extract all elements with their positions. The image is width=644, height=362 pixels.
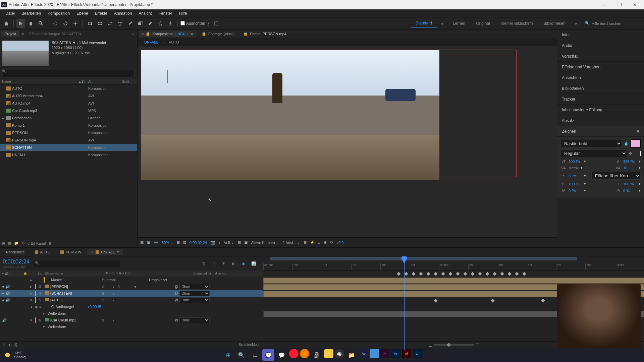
menu-datei[interactable]: Datei — [2, 10, 18, 17]
app-icon-1[interactable]: 🗿 — [311, 349, 323, 361]
layer-row-3[interactable]: ●🔊 ▸ 3 [PERSON] ⊕/fx● @Ohne — [0, 283, 263, 290]
keyframe-diamond[interactable] — [412, 272, 415, 276]
panel-audio[interactable]: Audio — [557, 40, 644, 51]
snapshot-icon[interactable]: 📷 — [210, 240, 215, 245]
project-search-input[interactable] — [3, 70, 135, 77]
panel-ausrichten[interactable]: Ausrichten — [557, 72, 644, 83]
layer-bounds-schatten[interactable] — [151, 70, 168, 83]
audiopegel-value[interactable]: +0,00dB — [88, 305, 101, 309]
views-dropdown[interactable]: 1 Ansi... — [283, 241, 296, 245]
project-item-person-mp4[interactable]: PERSON.mp4 AVI — [0, 136, 137, 144]
ruler-tick[interactable]: 04:00f — [615, 263, 644, 270]
minimize-button[interactable]: — — [596, 0, 612, 9]
time-ruler[interactable]: 02:00f05f10f15f20f25f03:00f05f10f15f20f2… — [263, 256, 644, 270]
panel-bibliotheken[interactable]: Bibliotheken — [557, 83, 644, 94]
viewer-tab-2[interactable]: 🔒 Ebene PERSON.mp4 — [240, 31, 289, 37]
ruler-tick[interactable]: 02:00f — [263, 263, 292, 270]
rotation-tool[interactable] — [61, 19, 70, 28]
ruler-tick[interactable]: 20f — [380, 263, 410, 270]
ruler-tick[interactable]: 03:00f — [439, 263, 468, 270]
workspace-kleiner[interactable]: Kleiner Bildschirm — [496, 20, 538, 27]
timeline-search[interactable] — [33, 260, 120, 267]
lock-icon[interactable]: 🔒 — [243, 32, 248, 36]
explorer-icon[interactable]: 📁 — [345, 349, 358, 361]
keyframe-diamond[interactable] — [522, 272, 526, 276]
after-effects-icon[interactable]: Ae — [359, 349, 368, 358]
task-view-button[interactable]: ▭ — [249, 349, 261, 361]
ruler-tick[interactable]: 20f — [556, 263, 585, 270]
pickwhip-icon[interactable]: @ — [174, 298, 178, 302]
close-tab-icon[interactable]: × — [142, 32, 144, 36]
help-search[interactable]: 🔍 Hilfe durchsuchen — [582, 21, 642, 25]
toggle-inout-icon[interactable]: {} — [15, 343, 17, 347]
lock-icon[interactable]: 🔒 — [202, 32, 206, 36]
font-size-value[interactable]: 100 Px — [569, 160, 582, 164]
pickwhip-icon[interactable]: @ — [174, 285, 178, 289]
audio-toggle[interactable]: 🔊 — [5, 298, 10, 302]
app-icon-2[interactable] — [324, 349, 333, 358]
toggle-modes-icon[interactable]: ◐ — [9, 343, 12, 347]
tracking-value[interactable]: 10 — [623, 166, 637, 170]
keyframe-diamond[interactable] — [485, 272, 489, 276]
app-icon-3[interactable] — [370, 349, 379, 358]
zoom-in-icon[interactable]: ▔ — [476, 343, 479, 347]
exposure-value[interactable]: +0,0 — [336, 241, 344, 245]
lock-icon[interactable]: 🔒 — [146, 32, 150, 36]
search-button[interactable]: 🔍 — [235, 349, 248, 361]
panel-inhaltsbasierte-füllung[interactable]: Inhaltsbasierte Füllung — [557, 105, 644, 115]
color-mgmt-icon[interactable]: ● — [218, 241, 221, 245]
ruler-tick[interactable]: 10f — [498, 263, 527, 270]
add-kf-icon[interactable]: ◆ — [35, 305, 40, 309]
firefox-icon[interactable] — [300, 349, 309, 358]
breadcrumb-auto[interactable]: AUTO — [169, 40, 179, 44]
switch-shy[interactable]: ⊕ — [101, 285, 105, 289]
timeline-zoom-slider[interactable] — [434, 344, 474, 346]
keyframe-diamond[interactable] — [434, 272, 437, 276]
workspace-lernen[interactable]: Lernen — [448, 20, 470, 27]
breadcrumb-unfall[interactable]: UNFALL — [144, 40, 158, 44]
keyframe-diamond[interactable] — [426, 272, 430, 276]
timeline-tab-person[interactable]: PERSON — [56, 249, 85, 255]
close-button[interactable]: ✕ — [627, 0, 643, 9]
opera-icon[interactable] — [289, 349, 299, 358]
menu-effekte[interactable]: Effekte — [92, 10, 111, 17]
video-toggle[interactable]: ● — [2, 298, 4, 302]
selection-tool[interactable] — [16, 19, 25, 28]
timeline-tab-unfall[interactable]: ×UNFALL≡ — [87, 249, 123, 255]
ruler-tick[interactable]: 25f — [410, 263, 439, 270]
interpret-footage-icon[interactable]: ▣ — [2, 241, 5, 245]
snap-toggle[interactable]: Ausrichten ⋮ — [180, 21, 211, 26]
stroke-swatch-icon[interactable] — [634, 151, 641, 156]
lock-column-icon[interactable]: 🔒 — [23, 272, 30, 275]
menu-hilfe[interactable]: Hilfe — [175, 10, 190, 17]
keyframe-diamond[interactable] — [507, 272, 511, 276]
project-item-farbfl-chen[interactable]: ▸ Farbflächen Ordner — [0, 114, 137, 122]
mask-row[interactable]: ▸ Maske 1 Subtrahi... Umgekehrt — [0, 277, 263, 283]
parent-dropdown[interactable]: Ohne — [179, 297, 210, 303]
project-item-unfall[interactable]: UNFALL Komposition — [0, 151, 137, 159]
comp-mini-flowchart-icon[interactable]: ◫ — [200, 260, 207, 267]
baseline-value[interactable]: 0 Px — [569, 189, 582, 193]
switch-shy[interactable]: ⊕ — [101, 291, 105, 296]
font-family-dropdown[interactable]: Bastile bold — [560, 140, 622, 147]
panel-nav-arrows[interactable]: » — [130, 32, 136, 36]
brush-tool[interactable] — [126, 19, 135, 28]
keyframe-diamond[interactable] — [471, 272, 474, 276]
shy-icon[interactable]: 👁 — [220, 260, 227, 267]
resolution-icon[interactable]: ⊞ — [177, 240, 180, 245]
workspace-bibliotheken[interactable]: Bibliotheken — [539, 20, 570, 27]
switch-shy[interactable]: ⊕ — [101, 298, 105, 302]
layer-row-5[interactable]: ●🔊 ▾ 5 [AUTO] ⊕/ @Ohne — [0, 297, 263, 303]
fast-preview-icon[interactable]: ⚡ — [310, 240, 315, 245]
prev-kf-icon[interactable]: ◂ — [30, 305, 35, 309]
mask-toggle-icon[interactable]: ▣ — [147, 240, 150, 245]
stopwatch-icon[interactable]: ⏱ — [51, 305, 55, 309]
snap-options-icon[interactable]: ⋮ — [207, 21, 211, 26]
text-tool[interactable] — [116, 19, 124, 28]
comp-flowchart-icon[interactable]: ⊕ — [324, 240, 327, 245]
windows-taskbar[interactable]: 13°C Sonnig ⊞ 🔍 ▭ 💬 💬 🗿 ◉ 📁 Ae Pr Ps Ai … — [0, 348, 644, 362]
keyframe-diamond[interactable] — [493, 272, 496, 276]
switch-shy[interactable]: ⊕ — [101, 318, 105, 322]
video-toggle[interactable]: ● — [2, 285, 4, 289]
keyframe-diamond[interactable] — [478, 272, 482, 276]
